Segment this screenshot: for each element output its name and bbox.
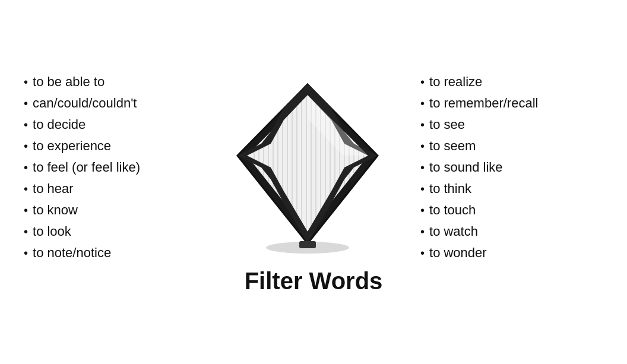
word-item-left-3: to experience bbox=[33, 136, 111, 156]
word-item-right-3: to seem bbox=[429, 136, 476, 156]
list-item: •to remember/recall bbox=[420, 93, 538, 113]
main-content: •to be able to•can/could/couldn't•to dec… bbox=[0, 66, 627, 264]
word-item-left-2: to decide bbox=[33, 115, 86, 135]
bullet: • bbox=[420, 76, 425, 88]
bullet: • bbox=[420, 204, 425, 216]
word-item-left-0: to be able to bbox=[33, 72, 104, 92]
right-word-list: •to realize•to remember/recall•to see•to… bbox=[397, 72, 615, 264]
word-item-right-0: to realize bbox=[429, 72, 482, 92]
bullet: • bbox=[24, 204, 28, 216]
bullet: • bbox=[24, 226, 28, 238]
svg-rect-35 bbox=[299, 241, 316, 248]
list-item: •to be able to bbox=[24, 72, 104, 92]
bullet: • bbox=[24, 76, 28, 88]
bullet: • bbox=[420, 247, 425, 259]
left-word-list: •to be able to•can/could/couldn't•to dec… bbox=[12, 72, 218, 264]
word-item-right-8: to wonder bbox=[429, 243, 487, 263]
word-item-left-7: to look bbox=[33, 221, 71, 242]
bullet: • bbox=[24, 119, 28, 131]
list-item: •to watch bbox=[420, 221, 478, 242]
word-item-left-5: to hear bbox=[33, 179, 74, 199]
word-item-right-1: to remember/recall bbox=[429, 93, 538, 113]
bullet: • bbox=[24, 183, 28, 195]
list-item: •to think bbox=[420, 179, 471, 199]
word-item-left-4: to feel (or feel like) bbox=[33, 157, 140, 178]
air-filter-svg bbox=[230, 78, 385, 257]
list-item: •to seem bbox=[420, 136, 476, 156]
title-section: Filter Words bbox=[245, 268, 383, 295]
bullet: • bbox=[420, 97, 425, 109]
list-item: •to decide bbox=[24, 115, 86, 135]
bullet: • bbox=[24, 140, 28, 152]
word-item-left-6: to know bbox=[33, 200, 78, 220]
word-item-right-6: to touch bbox=[429, 200, 476, 220]
list-item: •to note/notice bbox=[24, 243, 111, 263]
list-item: •to touch bbox=[420, 200, 476, 220]
filter-image-container bbox=[218, 78, 397, 257]
word-item-left-8: to note/notice bbox=[33, 243, 111, 263]
bullet: • bbox=[420, 226, 425, 238]
list-item: •to look bbox=[24, 221, 71, 242]
list-item: •to sound like bbox=[420, 157, 503, 178]
list-item: •to hear bbox=[24, 179, 74, 199]
bullet: • bbox=[24, 97, 28, 109]
page-title: Filter Words bbox=[245, 268, 383, 294]
word-item-right-7: to watch bbox=[429, 221, 478, 242]
word-item-right-2: to see bbox=[429, 115, 465, 135]
word-item-right-4: to sound like bbox=[429, 157, 503, 178]
list-item: •to feel (or feel like) bbox=[24, 157, 140, 178]
word-item-right-5: to think bbox=[429, 179, 471, 199]
bullet: • bbox=[24, 247, 28, 259]
bullet: • bbox=[24, 162, 28, 173]
list-item: •to realize bbox=[420, 72, 482, 92]
bullet: • bbox=[420, 162, 425, 173]
list-item: •to see bbox=[420, 115, 465, 135]
list-item: •to experience bbox=[24, 136, 111, 156]
bullet: • bbox=[420, 183, 425, 195]
bullet: • bbox=[420, 119, 425, 131]
word-item-left-1: can/could/couldn't bbox=[33, 93, 137, 113]
list-item: •to know bbox=[24, 200, 78, 220]
bullet: • bbox=[420, 140, 425, 152]
list-item: •to wonder bbox=[420, 243, 487, 263]
list-item: •can/could/couldn't bbox=[24, 93, 137, 113]
